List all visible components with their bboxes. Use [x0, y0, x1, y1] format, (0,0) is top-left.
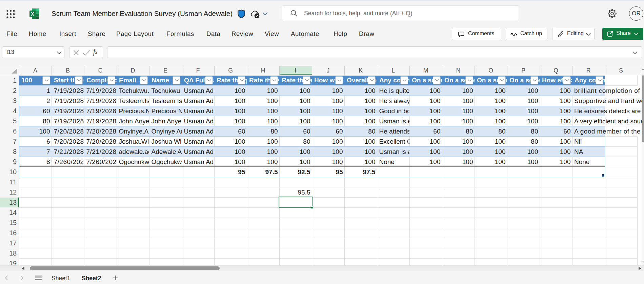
svg-text:X: X [31, 11, 34, 17]
